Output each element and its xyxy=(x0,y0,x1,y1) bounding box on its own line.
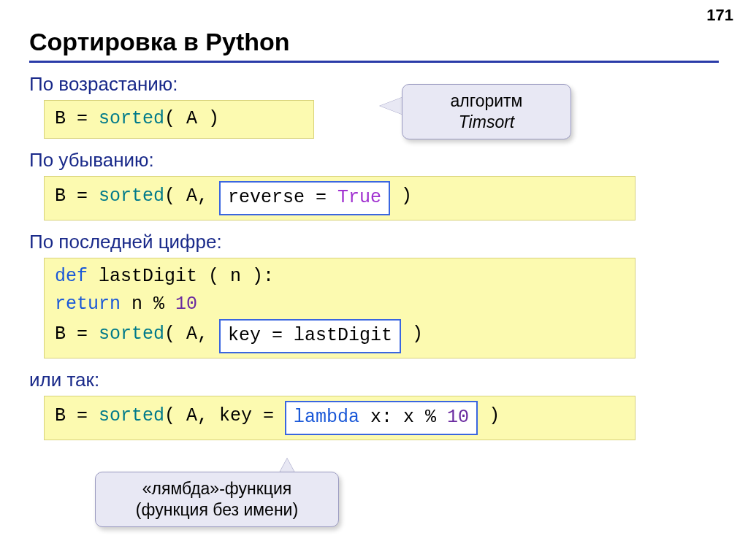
code-lastdigit: def lastDigit ( n ): return n % 10 B = s… xyxy=(44,258,636,358)
lambda-num: 10 xyxy=(447,407,469,428)
code-text: B = xyxy=(55,108,99,129)
label-descending: По убыванию: xyxy=(29,149,719,172)
code-fn: sorted xyxy=(99,405,164,426)
code-line-2: return n % 10 xyxy=(55,291,625,319)
kw-def: def xyxy=(55,266,88,287)
page-number: 171 xyxy=(706,6,733,25)
code-open: ( A, xyxy=(164,323,219,345)
num: 10 xyxy=(175,294,197,315)
inset-reverse: reverse = True xyxy=(219,181,390,215)
inset-lambda: lambda x: x % 10 xyxy=(285,401,478,435)
code-args: ( A ) xyxy=(164,108,219,129)
inset-key: key = lastDigit xyxy=(219,319,401,353)
code-text: B = xyxy=(55,185,99,207)
fn-name: lastDigit ( n ): xyxy=(88,266,274,287)
inset-true: True xyxy=(337,187,381,208)
lambda-body: x: x % xyxy=(359,407,447,428)
page-title: Сортировка в Python xyxy=(29,28,719,63)
code-open: ( A, key = xyxy=(164,405,285,426)
code-text: B = xyxy=(55,405,99,426)
label-or: или так: xyxy=(29,369,719,391)
code-ascending: B = sorted( A ) xyxy=(44,100,314,139)
code-descending: B = sorted( A, reverse = True ) xyxy=(44,176,636,220)
kw-return: return xyxy=(55,294,121,315)
callout-arrow-icon xyxy=(380,96,405,115)
callout-lambda: «лямбда»-функция (функция без имени) xyxy=(95,472,339,527)
callout-line-1: «лямбда»-функция xyxy=(110,478,324,499)
callout-line-1: алгоритм xyxy=(417,91,556,112)
callout-line-2: (функция без имени) xyxy=(110,499,324,521)
code-fn: sorted xyxy=(99,108,164,129)
label-lastdigit: По последней цифре: xyxy=(29,231,719,253)
code-line-3: B = sorted( A, key = lastDigit ) xyxy=(55,319,625,353)
expr: n % xyxy=(121,294,175,315)
label-ascending: По возрастанию: xyxy=(29,73,719,96)
code-fn: sorted xyxy=(99,185,164,207)
code-text: B = xyxy=(55,323,99,345)
code-lambda: B = sorted( A, key = lambda x: x % 10 ) xyxy=(44,396,636,440)
code-open: ( A, xyxy=(164,185,219,207)
code-fn: sorted xyxy=(99,323,164,345)
code-close: ) xyxy=(390,185,412,207)
kw-lambda: lambda xyxy=(294,407,359,428)
code-close: ) xyxy=(478,405,500,426)
callout-timsort: алгоритм Timsort xyxy=(402,84,571,139)
content-area: По возрастанию: B = sorted( A ) По убыва… xyxy=(29,73,719,440)
callout-line-2: Timsort xyxy=(417,112,556,133)
code-line-1: def lastDigit ( n ): xyxy=(55,263,625,291)
inset-text: reverse = xyxy=(228,187,337,208)
code-close: ) xyxy=(401,323,423,345)
